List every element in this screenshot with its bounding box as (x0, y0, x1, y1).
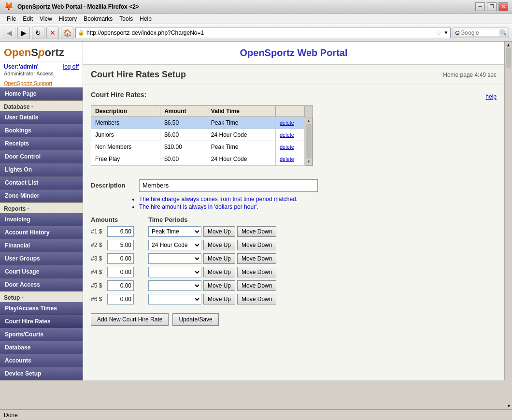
page-scrollbar[interactable]: ▲ ▼ (504, 42, 512, 380)
period-select-4[interactable]: Peak Time 24 Hour Code (148, 267, 201, 277)
sidebar-item-door-control[interactable]: Door Control (0, 150, 83, 163)
move-up-btn-6[interactable]: Move Up (203, 294, 235, 304)
sidebar-item-lights-on[interactable]: Lights On (0, 163, 83, 176)
amount-label-4: #4 $ (91, 269, 105, 275)
back-btn[interactable]: ◀ (3, 27, 15, 39)
home-btn[interactable]: 🏠 (61, 27, 73, 39)
amount-input-6[interactable] (107, 294, 134, 304)
forward-btn[interactable]: ▶ (17, 27, 30, 39)
restore-btn[interactable]: ❐ (487, 2, 497, 11)
move-down-btn-3[interactable]: Move Down (237, 253, 276, 264)
sidebar-logoff[interactable]: log off (63, 63, 79, 70)
move-up-btn-3[interactable]: Move Up (203, 253, 235, 264)
description-input[interactable] (139, 179, 318, 192)
period-select-2[interactable]: Peak Time 24 Hour Code (148, 240, 201, 250)
amount-input-2[interactable] (107, 240, 134, 250)
cell-description: Members (91, 117, 160, 129)
move-up-btn-5[interactable]: Move Up (203, 280, 235, 291)
move-down-btn-6[interactable]: Move Down (237, 294, 276, 304)
minimize-btn[interactable]: ─ (475, 2, 485, 11)
period-select-5[interactable]: Peak Time 24 Hour Code (148, 280, 201, 291)
sidebar-support: OpenSportz Support (0, 79, 83, 87)
address-bar[interactable]: 🔒 http://opensportz-dev/index.php?Charge… (75, 28, 451, 38)
menu-help[interactable]: Help (137, 14, 155, 23)
delete-link[interactable]: delete (280, 120, 294, 126)
sidebar-item-court-usage[interactable]: Court Usage (0, 265, 83, 278)
sidebar-item-door-access[interactable]: Door Access (0, 278, 83, 291)
bullet-1: The hire charge always comes from first … (139, 196, 497, 203)
table-row[interactable]: Members $6.50 Peak Time delete ▲ ▼ (91, 117, 313, 129)
sidebar: OpenSportz User:'admin' log off Administ… (0, 42, 83, 380)
period-select-6[interactable]: Peak Time 24 Hour Code (148, 294, 201, 304)
sidebar-item-home-page[interactable]: Home Page (0, 87, 83, 101)
close-btn[interactable]: ✕ (498, 2, 508, 11)
amount-input-5[interactable] (107, 280, 134, 291)
sidebar-item-bookings[interactable]: Bookings (0, 124, 83, 137)
table-row[interactable]: Juniors $6.00 24 Hour Code delete (91, 129, 313, 141)
url-text[interactable]: http://opensportz-dev/index.php?ChargeNo… (86, 29, 434, 36)
move-down-btn-4[interactable]: Move Down (237, 267, 276, 277)
scroll-up-arrow[interactable]: ▲ (307, 118, 311, 123)
delete-link[interactable]: delete (280, 132, 294, 138)
move-up-btn-1[interactable]: Move Up (203, 226, 235, 237)
period-select-3[interactable]: Peak Time 24 Hour Code (148, 253, 201, 264)
bookmark-star[interactable]: ☆ (436, 29, 442, 37)
move-up-btn-2[interactable]: Move Up (203, 240, 235, 250)
sidebar-item-play-access-times[interactable]: Play/Access Times (0, 302, 83, 315)
help-link[interactable]: help (485, 93, 497, 100)
menu-history[interactable]: History (56, 14, 80, 23)
move-down-btn-5[interactable]: Move Down (237, 280, 276, 291)
table-scrollbar[interactable]: ▲ ▼ (305, 117, 313, 165)
stop-btn[interactable]: ✕ (46, 27, 59, 39)
sidebar-item-financial[interactable]: Financial (0, 239, 83, 252)
move-down-btn-2[interactable]: Move Down (237, 240, 276, 250)
amount-input-3[interactable] (107, 253, 134, 264)
scroll-down-arrow[interactable]: ▼ (307, 159, 311, 164)
sidebar-item-user-details[interactable]: User Details (0, 111, 83, 124)
sidebar-item-accounts[interactable]: Accounts (0, 354, 83, 367)
cell-delete[interactable]: delete (276, 153, 305, 165)
sidebar-item-sports-courts[interactable]: Sports/Courts (0, 328, 83, 341)
cell-delete[interactable]: delete (276, 129, 305, 141)
delete-link[interactable]: delete (280, 156, 294, 162)
period-select-1[interactable]: Peak Time 24 Hour Code (148, 226, 201, 237)
delete-link[interactable]: delete (280, 144, 294, 150)
move-up-btn-4[interactable]: Move Up (203, 267, 235, 277)
status-bar: Done (0, 409, 512, 420)
sidebar-item-receipts[interactable]: Receipts (0, 137, 83, 150)
sidebar-item-invoicing[interactable]: Invoicing (0, 213, 83, 226)
menu-view[interactable]: View (37, 14, 55, 23)
menu-file[interactable]: File (4, 14, 19, 23)
amount-input-4[interactable] (107, 267, 134, 277)
address-dropdown-arrow[interactable]: ▼ (444, 30, 449, 35)
scroll-down-btn[interactable]: ▼ (507, 404, 511, 408)
update-save-button[interactable]: Update/Save (172, 313, 218, 326)
amount-row-6: #6 $ (91, 294, 134, 304)
sidebar-item-user-groups[interactable]: User Groups (0, 252, 83, 265)
reload-btn[interactable]: ↻ (32, 27, 44, 39)
move-down-btn-1[interactable]: Move Down (237, 226, 276, 237)
add-new-court-hire-rate-button[interactable]: Add New Court Hire Rate (91, 313, 169, 326)
sidebar-item-device-setup[interactable]: Device Setup (0, 367, 83, 380)
support-link[interactable]: OpenSportz Support (4, 80, 52, 86)
search-input[interactable] (460, 29, 499, 36)
sidebar-item-contact-list[interactable]: Contact List (0, 176, 83, 189)
search-submit-icon[interactable]: 🔍 (500, 29, 507, 36)
menu-edit[interactable]: Edit (20, 14, 36, 23)
sidebar-item-account-history[interactable]: Account History (0, 226, 83, 239)
sidebar-item-court-hire-rates[interactable]: Court Hire Rates (0, 315, 83, 328)
amount-label-6: #6 $ (91, 296, 105, 303)
amount-input-1[interactable] (107, 226, 134, 237)
cell-delete[interactable]: delete (276, 117, 305, 129)
browser-content: OpenSportz User:'admin' log off Administ… (0, 42, 512, 380)
menu-bookmarks[interactable]: Bookmarks (81, 14, 115, 23)
sidebar-item-database-setup[interactable]: Database (0, 341, 83, 354)
menu-tools[interactable]: Tools (116, 14, 136, 23)
search-box[interactable]: G 🔍 (453, 28, 509, 38)
scroll-up-btn[interactable]: ▲ (505, 42, 512, 47)
period-row-4: Peak Time 24 Hour Code Move Up Move Down (148, 267, 276, 277)
sidebar-item-zone-minder[interactable]: Zone Minder (0, 189, 83, 203)
cell-delete[interactable]: delete (276, 141, 305, 153)
table-row[interactable]: Non Members $10.00 Peak Time delete (91, 141, 313, 153)
table-row[interactable]: Free Play $0.00 24 Hour Code delete (91, 153, 313, 165)
